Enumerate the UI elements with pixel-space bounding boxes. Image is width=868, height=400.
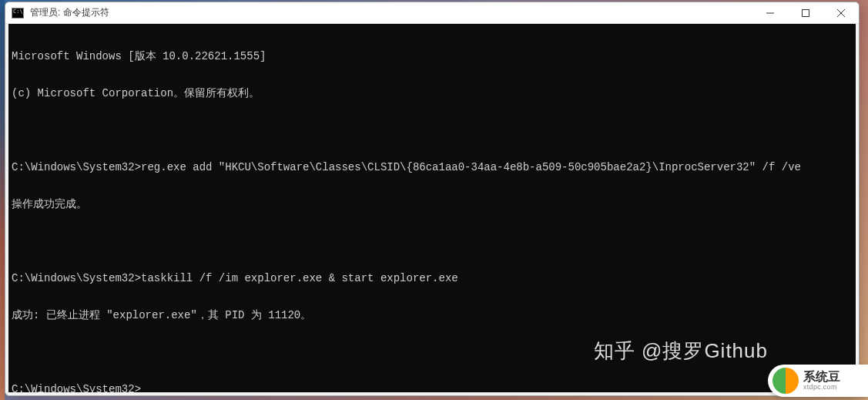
terminal-output: 操作成功完成。 — [12, 198, 853, 210]
site-badge: 系统豆 xtdpc.com — [768, 365, 868, 397]
maximize-icon — [802, 9, 809, 17]
terminal-output: 成功: 已终止进程 "explorer.exe"，其 PID 为 11120。 — [12, 309, 853, 321]
maximize-button[interactable] — [788, 2, 823, 24]
close-icon — [837, 9, 845, 17]
terminal-prompt-line: C:\Windows\System32> — [12, 383, 853, 392]
terminal-output — [12, 235, 853, 247]
minimize-button[interactable] — [752, 2, 788, 24]
window-controls — [752, 2, 859, 24]
badge-text: 系统豆 xtdpc.com — [803, 370, 840, 391]
window-title: 管理员: 命令提示符 — [30, 6, 109, 19]
minimize-icon — [766, 9, 774, 17]
terminal-prompt: C:\Windows\System32> — [12, 383, 141, 392]
terminal-output: C:\Windows\System32>reg.exe add "HKCU\So… — [12, 161, 853, 173]
cmd-icon — [12, 8, 24, 18]
cursor — [141, 385, 147, 392]
close-button[interactable] — [823, 2, 859, 24]
badge-title: 系统豆 — [803, 370, 840, 384]
terminal-output: C:\Windows\System32>taskkill /f /im expl… — [12, 272, 853, 284]
badge-logo-icon — [772, 368, 799, 394]
watermark-text: 知乎 @搜罗Github — [594, 338, 768, 365]
terminal-output: (c) Microsoft Corporation。保留所有权利。 — [12, 87, 853, 99]
badge-subtitle: xtdpc.com — [803, 384, 840, 392]
terminal-output — [12, 124, 853, 136]
titlebar[interactable]: 管理员: 命令提示符 — [5, 2, 859, 24]
terminal-output: Microsoft Windows [版本 10.0.22621.1555] — [12, 50, 853, 62]
svg-rect-1 — [803, 10, 809, 17]
